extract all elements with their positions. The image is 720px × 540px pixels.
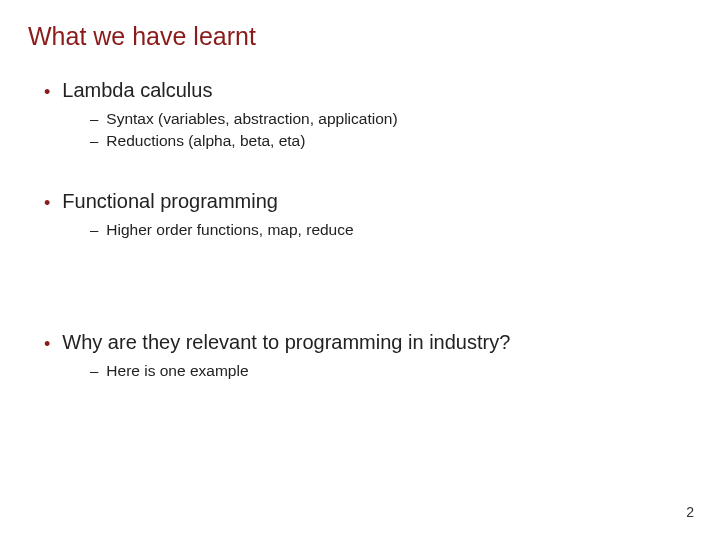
bullet-text: Reductions (alpha, beta, eta) <box>106 132 305 150</box>
bullet-dot-icon: • <box>44 335 50 353</box>
page-number: 2 <box>686 504 694 520</box>
bullet-dash-icon: – <box>90 221 98 238</box>
bullet-text: Higher order functions, map, reduce <box>106 221 353 239</box>
bullet-level2: – Reductions (alpha, beta, eta) <box>90 132 720 150</box>
bullet-text: Lambda calculus <box>62 79 212 102</box>
bullet-level1: • Functional programming <box>44 190 720 213</box>
bullet-level1: • Lambda calculus <box>44 79 720 102</box>
bullet-text: Functional programming <box>62 190 278 213</box>
bullet-level2: – Higher order functions, map, reduce <box>90 221 720 239</box>
bullet-dash-icon: – <box>90 110 98 127</box>
bullet-text: Syntax (variables, abstraction, applicat… <box>106 110 397 128</box>
bullet-level2: – Syntax (variables, abstraction, applic… <box>90 110 720 128</box>
slide: What we have learnt • Lambda calculus – … <box>0 0 720 540</box>
bullet-text: Here is one example <box>106 362 248 380</box>
spacer <box>0 154 720 190</box>
bullet-dot-icon: • <box>44 83 50 101</box>
bullet-level1: • Why are they relevant to programming i… <box>44 331 720 354</box>
bullet-level2: – Here is one example <box>90 362 720 380</box>
spacer <box>0 243 720 331</box>
bullet-dot-icon: • <box>44 194 50 212</box>
bullet-text: Why are they relevant to programming in … <box>62 331 510 354</box>
bullet-dash-icon: – <box>90 132 98 149</box>
bullet-dash-icon: – <box>90 362 98 379</box>
slide-title: What we have learnt <box>28 22 720 51</box>
